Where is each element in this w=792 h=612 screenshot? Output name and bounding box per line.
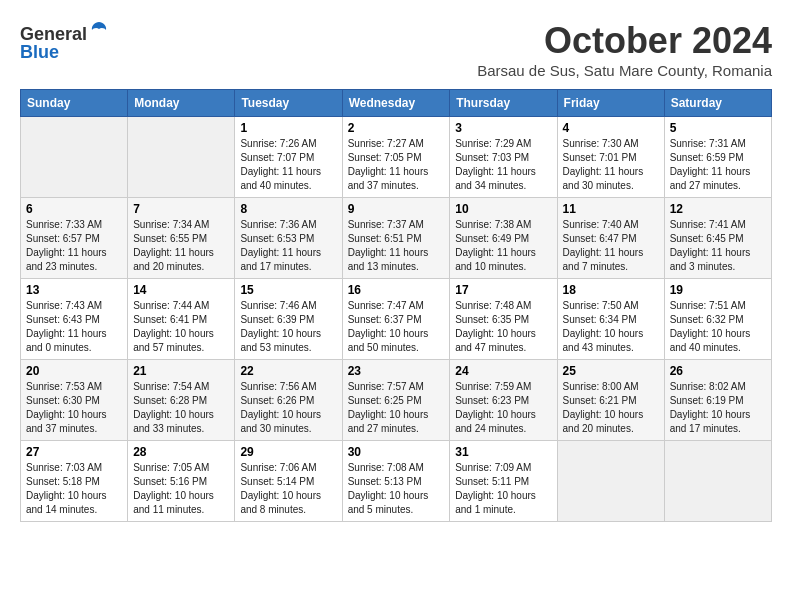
day-number: 14 xyxy=(133,283,229,297)
day-info: Sunrise: 7:41 AM Sunset: 6:45 PM Dayligh… xyxy=(670,218,766,274)
day-number: 6 xyxy=(26,202,122,216)
day-info: Sunrise: 7:36 AM Sunset: 6:53 PM Dayligh… xyxy=(240,218,336,274)
calendar-cell: 24Sunrise: 7:59 AM Sunset: 6:23 PM Dayli… xyxy=(450,360,557,441)
day-number: 17 xyxy=(455,283,551,297)
weekday-header-sunday: Sunday xyxy=(21,90,128,117)
day-number: 12 xyxy=(670,202,766,216)
weekday-header-wednesday: Wednesday xyxy=(342,90,450,117)
calendar-table: SundayMondayTuesdayWednesdayThursdayFrid… xyxy=(20,89,772,522)
location-title: Barsau de Sus, Satu Mare County, Romania xyxy=(477,62,772,79)
calendar-cell: 11Sunrise: 7:40 AM Sunset: 6:47 PM Dayli… xyxy=(557,198,664,279)
day-number: 23 xyxy=(348,364,445,378)
calendar-cell: 18Sunrise: 7:50 AM Sunset: 6:34 PM Dayli… xyxy=(557,279,664,360)
calendar-cell xyxy=(664,441,771,522)
calendar-week-row: 13Sunrise: 7:43 AM Sunset: 6:43 PM Dayli… xyxy=(21,279,772,360)
weekday-header-saturday: Saturday xyxy=(664,90,771,117)
logo-bird-icon xyxy=(89,20,109,40)
day-number: 9 xyxy=(348,202,445,216)
day-info: Sunrise: 7:09 AM Sunset: 5:11 PM Dayligh… xyxy=(455,461,551,517)
calendar-cell xyxy=(128,117,235,198)
day-info: Sunrise: 7:46 AM Sunset: 6:39 PM Dayligh… xyxy=(240,299,336,355)
day-info: Sunrise: 7:34 AM Sunset: 6:55 PM Dayligh… xyxy=(133,218,229,274)
day-info: Sunrise: 7:44 AM Sunset: 6:41 PM Dayligh… xyxy=(133,299,229,355)
calendar-cell: 9Sunrise: 7:37 AM Sunset: 6:51 PM Daylig… xyxy=(342,198,450,279)
calendar-cell: 7Sunrise: 7:34 AM Sunset: 6:55 PM Daylig… xyxy=(128,198,235,279)
day-number: 31 xyxy=(455,445,551,459)
day-number: 4 xyxy=(563,121,659,135)
weekday-header-thursday: Thursday xyxy=(450,90,557,117)
day-number: 27 xyxy=(26,445,122,459)
day-number: 10 xyxy=(455,202,551,216)
day-info: Sunrise: 7:38 AM Sunset: 6:49 PM Dayligh… xyxy=(455,218,551,274)
calendar-cell: 19Sunrise: 7:51 AM Sunset: 6:32 PM Dayli… xyxy=(664,279,771,360)
day-info: Sunrise: 7:26 AM Sunset: 7:07 PM Dayligh… xyxy=(240,137,336,193)
weekday-header-friday: Friday xyxy=(557,90,664,117)
calendar-cell: 31Sunrise: 7:09 AM Sunset: 5:11 PM Dayli… xyxy=(450,441,557,522)
day-info: Sunrise: 7:30 AM Sunset: 7:01 PM Dayligh… xyxy=(563,137,659,193)
calendar-cell: 6Sunrise: 7:33 AM Sunset: 6:57 PM Daylig… xyxy=(21,198,128,279)
calendar-cell: 30Sunrise: 7:08 AM Sunset: 5:13 PM Dayli… xyxy=(342,441,450,522)
weekday-header-tuesday: Tuesday xyxy=(235,90,342,117)
day-info: Sunrise: 7:57 AM Sunset: 6:25 PM Dayligh… xyxy=(348,380,445,436)
day-info: Sunrise: 7:43 AM Sunset: 6:43 PM Dayligh… xyxy=(26,299,122,355)
calendar-week-row: 1Sunrise: 7:26 AM Sunset: 7:07 PM Daylig… xyxy=(21,117,772,198)
day-info: Sunrise: 7:53 AM Sunset: 6:30 PM Dayligh… xyxy=(26,380,122,436)
day-info: Sunrise: 7:54 AM Sunset: 6:28 PM Dayligh… xyxy=(133,380,229,436)
calendar-week-row: 6Sunrise: 7:33 AM Sunset: 6:57 PM Daylig… xyxy=(21,198,772,279)
title-block: October 2024 Barsau de Sus, Satu Mare Co… xyxy=(477,20,772,79)
day-info: Sunrise: 7:06 AM Sunset: 5:14 PM Dayligh… xyxy=(240,461,336,517)
day-info: Sunrise: 7:59 AM Sunset: 6:23 PM Dayligh… xyxy=(455,380,551,436)
calendar-week-row: 27Sunrise: 7:03 AM Sunset: 5:18 PM Dayli… xyxy=(21,441,772,522)
day-info: Sunrise: 7:50 AM Sunset: 6:34 PM Dayligh… xyxy=(563,299,659,355)
day-info: Sunrise: 7:40 AM Sunset: 6:47 PM Dayligh… xyxy=(563,218,659,274)
calendar-cell: 27Sunrise: 7:03 AM Sunset: 5:18 PM Dayli… xyxy=(21,441,128,522)
month-title: October 2024 xyxy=(477,20,772,62)
day-info: Sunrise: 7:31 AM Sunset: 6:59 PM Dayligh… xyxy=(670,137,766,193)
weekday-header-row: SundayMondayTuesdayWednesdayThursdayFrid… xyxy=(21,90,772,117)
day-number: 1 xyxy=(240,121,336,135)
day-info: Sunrise: 7:47 AM Sunset: 6:37 PM Dayligh… xyxy=(348,299,445,355)
day-number: 28 xyxy=(133,445,229,459)
calendar-cell: 26Sunrise: 8:02 AM Sunset: 6:19 PM Dayli… xyxy=(664,360,771,441)
day-number: 20 xyxy=(26,364,122,378)
day-info: Sunrise: 7:33 AM Sunset: 6:57 PM Dayligh… xyxy=(26,218,122,274)
calendar-cell: 12Sunrise: 7:41 AM Sunset: 6:45 PM Dayli… xyxy=(664,198,771,279)
logo: General Blue xyxy=(20,20,109,63)
calendar-cell: 13Sunrise: 7:43 AM Sunset: 6:43 PM Dayli… xyxy=(21,279,128,360)
calendar-cell: 16Sunrise: 7:47 AM Sunset: 6:37 PM Dayli… xyxy=(342,279,450,360)
day-number: 5 xyxy=(670,121,766,135)
day-number: 21 xyxy=(133,364,229,378)
day-info: Sunrise: 8:02 AM Sunset: 6:19 PM Dayligh… xyxy=(670,380,766,436)
calendar-cell: 28Sunrise: 7:05 AM Sunset: 5:16 PM Dayli… xyxy=(128,441,235,522)
day-number: 24 xyxy=(455,364,551,378)
day-number: 3 xyxy=(455,121,551,135)
day-info: Sunrise: 7:51 AM Sunset: 6:32 PM Dayligh… xyxy=(670,299,766,355)
calendar-cell: 10Sunrise: 7:38 AM Sunset: 6:49 PM Dayli… xyxy=(450,198,557,279)
calendar-cell xyxy=(557,441,664,522)
day-info: Sunrise: 7:48 AM Sunset: 6:35 PM Dayligh… xyxy=(455,299,551,355)
calendar-cell: 29Sunrise: 7:06 AM Sunset: 5:14 PM Dayli… xyxy=(235,441,342,522)
day-info: Sunrise: 7:29 AM Sunset: 7:03 PM Dayligh… xyxy=(455,137,551,193)
day-number: 29 xyxy=(240,445,336,459)
calendar-cell xyxy=(21,117,128,198)
calendar-cell: 8Sunrise: 7:36 AM Sunset: 6:53 PM Daylig… xyxy=(235,198,342,279)
day-info: Sunrise: 7:27 AM Sunset: 7:05 PM Dayligh… xyxy=(348,137,445,193)
weekday-header-monday: Monday xyxy=(128,90,235,117)
day-number: 13 xyxy=(26,283,122,297)
day-number: 19 xyxy=(670,283,766,297)
calendar-cell: 2Sunrise: 7:27 AM Sunset: 7:05 PM Daylig… xyxy=(342,117,450,198)
calendar-cell: 17Sunrise: 7:48 AM Sunset: 6:35 PM Dayli… xyxy=(450,279,557,360)
calendar-cell: 3Sunrise: 7:29 AM Sunset: 7:03 PM Daylig… xyxy=(450,117,557,198)
day-number: 30 xyxy=(348,445,445,459)
day-number: 25 xyxy=(563,364,659,378)
day-number: 8 xyxy=(240,202,336,216)
calendar-cell: 21Sunrise: 7:54 AM Sunset: 6:28 PM Dayli… xyxy=(128,360,235,441)
day-info: Sunrise: 7:08 AM Sunset: 5:13 PM Dayligh… xyxy=(348,461,445,517)
day-number: 18 xyxy=(563,283,659,297)
calendar-cell: 20Sunrise: 7:53 AM Sunset: 6:30 PM Dayli… xyxy=(21,360,128,441)
day-info: Sunrise: 7:37 AM Sunset: 6:51 PM Dayligh… xyxy=(348,218,445,274)
day-number: 22 xyxy=(240,364,336,378)
logo-blue: Blue xyxy=(20,42,59,62)
calendar-cell: 4Sunrise: 7:30 AM Sunset: 7:01 PM Daylig… xyxy=(557,117,664,198)
day-number: 16 xyxy=(348,283,445,297)
